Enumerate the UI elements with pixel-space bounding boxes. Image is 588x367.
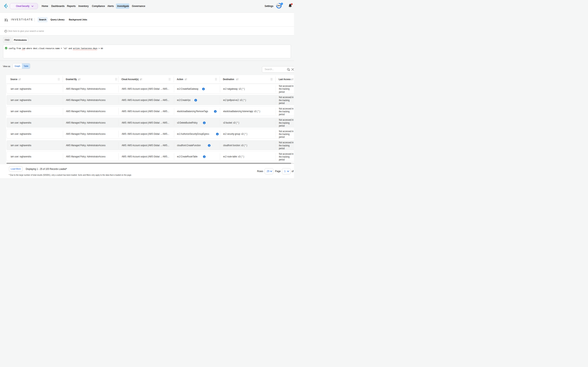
- svg-text:76%: 76%: [277, 5, 281, 7]
